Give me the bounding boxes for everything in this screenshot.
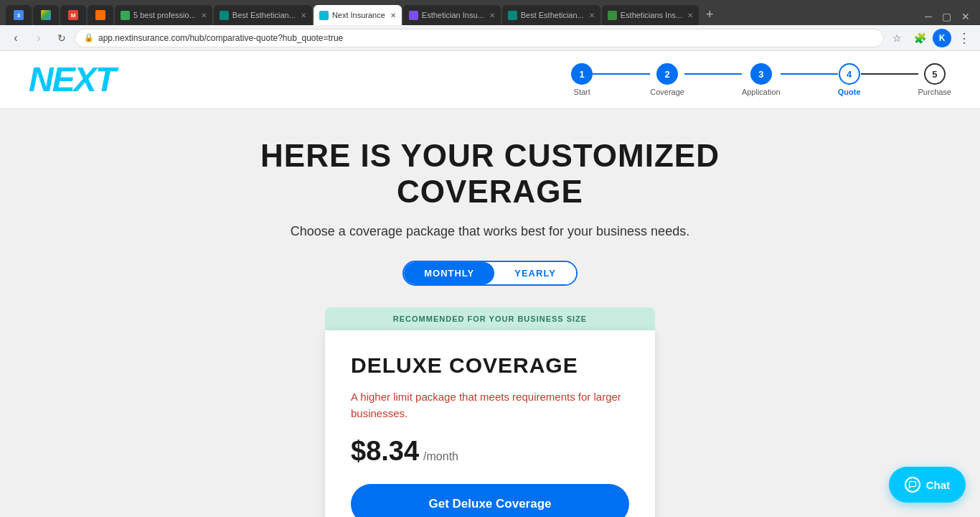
coverage-card: DELUXE COVERAGE A higher limit package t…	[325, 330, 655, 517]
tab-other[interactable]	[88, 5, 113, 25]
tab-gmail[interactable]: M	[60, 5, 86, 25]
tab-best-esthetician-2[interactable]: Best Esthetician... ✕	[502, 5, 600, 25]
step-3: 3 Application	[742, 63, 781, 96]
forward-button[interactable]: ›	[29, 28, 49, 48]
stepper: 1 Start 2 Coverage 3 Application 4 Quote	[571, 63, 951, 96]
yearly-toggle[interactable]: YEARLY	[494, 262, 576, 284]
extensions-button[interactable]: 🧩	[910, 28, 930, 48]
browser-chrome: 3 M 5 best professio... ✕ Best Esthetici…	[0, 0, 980, 25]
get-coverage-button[interactable]: Get Deluxe Coverage	[351, 484, 629, 517]
coverage-card-wrapper: RECOMMENDED FOR YOUR BUSINESS SIZE DELUX…	[325, 307, 655, 517]
page-subtitle: Choose a coverage package that works bes…	[182, 224, 798, 239]
tab-close[interactable]: ✕	[957, 11, 974, 22]
tab-best-esthetician-1[interactable]: Best Esthetician... ✕	[214, 5, 312, 25]
step-4: 4 Quote	[838, 63, 861, 96]
chat-icon	[905, 477, 920, 493]
toggle-pill: MONTHLY YEARLY	[402, 261, 578, 286]
monthly-toggle[interactable]: MONTHLY	[404, 262, 494, 284]
step-line-2-3	[684, 73, 742, 75]
tab-drive[interactable]	[33, 5, 59, 25]
address-input[interactable]: 🔒 app.nextinsurance.com/hub/comparative-…	[75, 29, 884, 47]
coverage-description: A higher limit package that meets requir…	[351, 389, 629, 421]
tab-next-insurance[interactable]: Next Insurance ✕	[314, 5, 402, 25]
new-tab-button[interactable]: +	[700, 7, 720, 22]
tab-maximize[interactable]: ▢	[938, 11, 956, 22]
page-content: NEXT 1 Start 2 Coverage 3 Application	[0, 51, 980, 517]
tab-365[interactable]: 3	[6, 5, 32, 25]
price-display: $8.34 /month	[351, 436, 629, 467]
reload-button[interactable]: ↻	[52, 28, 72, 48]
step-line-3-4	[781, 73, 838, 75]
step-1: 1 Start	[571, 63, 593, 96]
address-bar-row: ‹ › ↻ 🔒 app.nextinsurance.com/hub/compar…	[0, 25, 980, 51]
logo: NEXT	[29, 62, 115, 97]
bookmark-button[interactable]: ☆	[887, 28, 907, 48]
step-line-4-5	[861, 73, 918, 75]
price-period: /month	[423, 450, 458, 463]
lock-icon: 🔒	[84, 33, 94, 42]
step-2: 2 Coverage	[650, 63, 684, 96]
billing-toggle: MONTHLY YEARLY	[182, 261, 798, 286]
tab-esthetician-ins[interactable]: Esthetician Insu... ✕	[403, 5, 501, 25]
url-text: app.nextinsurance.com/hub/comparative-qu…	[98, 33, 343, 43]
tab-5best[interactable]: 5 best professio... ✕	[115, 5, 212, 25]
chat-button[interactable]: Chat	[889, 467, 966, 503]
profile-button[interactable]: K	[933, 29, 951, 47]
coverage-title: DELUXE COVERAGE	[351, 353, 629, 378]
price-amount: $8.34	[351, 436, 419, 467]
recommended-banner: RECOMMENDED FOR YOUR BUSINESS SIZE	[325, 307, 655, 330]
desc-text: A higher limit package that meets requir…	[351, 391, 621, 419]
step-5: 5 Purchase	[918, 63, 951, 96]
chat-label: Chat	[926, 479, 950, 491]
main-content: HERE IS YOUR CUSTOMIZED COVERAGE Choose …	[167, 109, 813, 517]
page-title: HERE IS YOUR CUSTOMIZED COVERAGE	[182, 138, 798, 210]
header: NEXT 1 Start 2 Coverage 3 Application	[0, 51, 980, 108]
tab-minimize[interactable]: ─	[920, 11, 936, 22]
menu-button[interactable]: ⋮	[954, 28, 974, 48]
tab-estheticians-ins[interactable]: Estheticians Ins... ✕	[602, 5, 699, 25]
back-button[interactable]: ‹	[6, 28, 26, 48]
step-line-1-2	[593, 73, 650, 75]
